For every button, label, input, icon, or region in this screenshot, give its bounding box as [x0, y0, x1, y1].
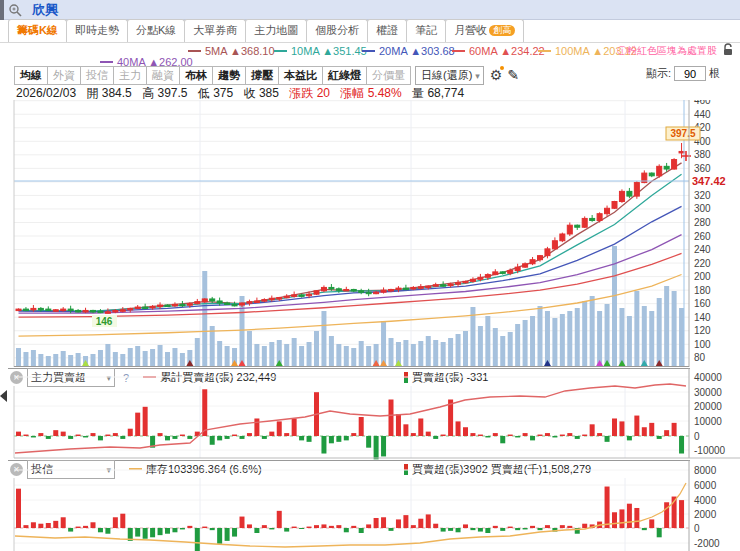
close-icon[interactable]: × — [10, 463, 23, 476]
btn-trend[interactable]: 趨勢 — [212, 66, 246, 85]
btn-margin[interactable]: 融資 — [146, 66, 180, 85]
display-label: 顯示: — [646, 66, 671, 81]
main-candlestick-chart[interactable]: 4604404204003803603203002802602402202001… — [0, 100, 740, 368]
mid-indicator-select[interactable]: 主力買賣超▾ — [27, 368, 115, 387]
svg-text:10000: 10000 — [694, 416, 722, 427]
svg-text:200: 200 — [694, 271, 711, 282]
btn-support-resistance[interactable]: 撐壓 — [245, 66, 279, 85]
svg-text:30000: 30000 — [694, 387, 722, 398]
buy-sell-bar-icon — [404, 464, 408, 475]
svg-text:280: 280 — [694, 217, 711, 228]
svg-text:160: 160 — [694, 298, 711, 309]
mid-line-legend: 累計買賣超(張) 232,449 — [143, 370, 276, 385]
tab-branch-kline[interactable]: 分點K線 — [127, 19, 185, 42]
mid-bar-legend: 買賣超(張) -331 — [404, 370, 488, 385]
btn-bollinger[interactable]: 布林 — [179, 66, 213, 85]
svg-text:120: 120 — [694, 325, 711, 336]
quote-date: 2026/02/03 — [16, 86, 76, 100]
svg-text:8000: 8000 — [694, 465, 717, 476]
bottom-pane-header: × 投信▾ 庫存103396.364 (6.6%) 買賣超(張)3902 買賣超… — [8, 460, 690, 478]
svg-text:440: 440 — [694, 109, 711, 120]
close-icon[interactable]: × — [10, 371, 23, 384]
tab-chips-kline[interactable]: 籌碼K線 — [8, 19, 67, 42]
tab-realtime[interactable]: 即時走勢 — [66, 19, 128, 42]
tab-bar: 籌碼K線 即時走勢 分點K線 大單券商 主力地圖 個股分析 權證 筆記 月營收創… — [0, 20, 740, 43]
svg-text:100: 100 — [694, 339, 711, 350]
help-icon[interactable]: ? — [123, 372, 129, 384]
chevron-down-icon: ▾ — [106, 373, 111, 383]
bottom-line-legend: 庫存103396.364 (6.6%) — [129, 462, 262, 477]
svg-text:-10000: -10000 — [694, 445, 726, 456]
svg-text:20000: 20000 — [694, 401, 722, 412]
period-select[interactable]: 日線(還原)▾ — [415, 66, 484, 85]
bottom-bar-legend: 買賣超(張)3902 買賣超(千)1,508,279 — [404, 462, 591, 477]
svg-text:460: 460 — [694, 100, 711, 106]
svg-text:260: 260 — [694, 231, 711, 242]
btn-traffic-light[interactable]: 紅綠燈 — [322, 66, 367, 85]
svg-text:4000: 4000 — [694, 495, 717, 506]
svg-text:140: 140 — [694, 312, 711, 323]
tab-warrants[interactable]: 權證 — [367, 19, 407, 42]
svg-text:6000: 6000 — [694, 480, 717, 491]
tab-big-orders[interactable]: 大單券商 — [184, 19, 246, 42]
svg-text:0: 0 — [694, 431, 700, 442]
svg-text:146: 146 — [96, 316, 113, 327]
svg-text:40000: 40000 — [694, 372, 722, 383]
pink-zone-note: ⓘ粉紅色區塊為處置股 — [617, 44, 717, 58]
svg-text:180: 180 — [694, 285, 711, 296]
window-titlebar: 欣興 — [0, 0, 740, 20]
buy-sell-bar-icon — [404, 372, 408, 383]
mid-pane-header: × 主力買賣超▾ ? 累計買賣超(張) 232,449 買賣超(張) -331 — [8, 368, 690, 386]
btn-price-volume[interactable]: 分價量 — [366, 66, 411, 85]
display-unit: 根 — [709, 66, 720, 81]
indicator-toolbar: 均線 外資 投信 主力 融資 布林 趨勢 撐壓 本益比 紅綠燈 分價量 日線(還… — [0, 66, 740, 84]
tab-main-force-map[interactable]: 主力地圖 — [245, 19, 307, 42]
svg-text:-2000: -2000 — [694, 538, 720, 549]
ma-legend: 5MA ▲368.10 10MA ▲351.45 20MA ▲303.68 60… — [0, 43, 740, 67]
svg-text:320: 320 — [694, 190, 711, 201]
svg-text:360: 360 — [694, 163, 711, 174]
svg-text:220: 220 — [694, 258, 711, 269]
btn-foreign[interactable]: 外資 — [47, 66, 81, 85]
pencil-icon[interactable]: ✎ — [507, 67, 519, 83]
window-corner — [0, 0, 4, 20]
svg-text:0: 0 — [694, 523, 700, 534]
stock-title: 欣興 — [32, 1, 58, 19]
btn-pe-ratio[interactable]: 本益比 — [278, 66, 323, 85]
collapse-left-arrow[interactable] — [0, 390, 7, 402]
svg-text:240: 240 — [694, 244, 711, 255]
legend-ma5: 5MA ▲368.10 — [188, 45, 275, 57]
gear-alert-dot — [500, 66, 504, 70]
legend-ma20: 20MA ▲303.68 — [362, 45, 455, 57]
tab-notes[interactable]: 筆記 — [406, 19, 446, 42]
btn-main-force[interactable]: 主力 — [113, 66, 147, 85]
tab-stock-analysis[interactable]: 個股分析 — [306, 19, 368, 42]
gear-icon[interactable]: ⚙ — [490, 68, 503, 82]
chevron-down-icon: ▾ — [106, 465, 111, 475]
lock-icon[interactable] — [722, 43, 734, 56]
svg-text:380: 380 — [694, 149, 711, 160]
svg-text:397.5: 397.5 — [670, 128, 695, 139]
svg-text:347.42: 347.42 — [692, 175, 726, 187]
revenue-badge: 創高 — [489, 25, 515, 36]
legend-ma10: 10MA ▲351.45 — [274, 45, 367, 57]
chevron-down-icon: ▾ — [475, 71, 480, 81]
tab-monthly-revenue[interactable]: 月營收創高 — [445, 19, 524, 42]
svg-text:2000: 2000 — [694, 509, 717, 520]
btn-trust[interactable]: 投信 — [80, 66, 114, 85]
svg-text:80: 80 — [694, 352, 706, 363]
svg-text:300: 300 — [694, 203, 711, 214]
bottom-indicator-select[interactable]: 投信▾ — [27, 460, 115, 479]
zoom-plus-icon[interactable] — [8, 3, 24, 17]
display-count-control: 顯示: 根 — [646, 66, 720, 81]
display-count-input[interactable] — [674, 66, 706, 81]
btn-ma[interactable]: 均線 — [14, 66, 48, 85]
legend-ma60: 60MA ▲234.22 — [452, 45, 545, 57]
